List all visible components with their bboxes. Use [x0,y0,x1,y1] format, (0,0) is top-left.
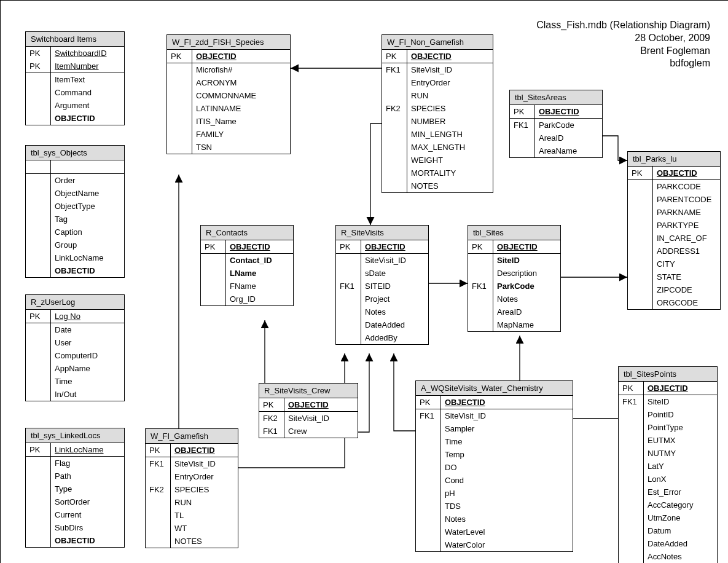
field-col: Sampler [441,422,573,435]
field-col: AreaName [535,144,602,157]
field-row: AccNotes [619,550,717,563]
entity-siteVisitsCrew: R_SiteVisits_CrewPKOBJECTIDFK2SiteVisit_… [259,383,358,438]
key-col [416,500,441,513]
key-col [146,509,171,522]
key-col [468,318,493,331]
field-row: PARKTYPE [628,219,720,232]
field-row: ADDRESS1 [628,245,720,258]
field-row: EUTMX [619,434,717,447]
key-col [26,508,51,521]
key-col [628,296,653,309]
field-col: TL [171,509,238,522]
field-row: ObjectType [26,200,124,213]
field-row: FK1SiteVisit_ID [146,457,238,470]
field-col: OBJECTID [653,167,720,179]
field-col: Notes [441,513,573,526]
key-col [336,331,361,344]
field-col: Time [441,435,573,448]
entity-gamefish: W_FI_GamefishPKOBJECTIDFK1SiteVisit_ID E… [145,428,238,548]
entity-tblSites: tbl_SitesPKOBJECTID SiteID DescriptionFK… [468,225,561,332]
key-col [336,254,361,267]
field-col: FAMILY [192,128,290,141]
field-row: MAX_LENGTH [382,141,493,154]
key-col: PK [146,444,171,457]
field-row: FK1SITEID [336,280,428,293]
entity-contacts: R_ContactsPKOBJECTID Contact_ID LName FN… [200,225,294,306]
field-row: FK1SiteVisit_ID [382,63,493,76]
field-row: Datum [619,524,717,537]
pk-row: PKOBJECTID [259,398,358,412]
field-col: WaterColor [441,538,573,551]
field-col: SITEID [361,280,428,293]
field-row: TSN [167,141,290,154]
pk-row: PKOBJECTID [628,167,720,180]
field-row: Notes [336,305,428,318]
field-col: PointID [644,408,717,421]
key-col [336,293,361,305]
key-col [468,254,493,267]
key-col [201,280,226,293]
key-col: PK [510,105,535,118]
key-col [167,76,192,89]
entity-parksLu: tbl_Parks_luPKOBJECTID PARKCODE PARENTCO… [627,151,721,310]
key-col [167,115,192,128]
key-col [26,160,51,173]
key-col [628,193,653,206]
pk-row: PKLinkLocName [26,443,124,457]
entity-nonGamefish: W_FI_Non_GamefishPKOBJECTIDFK1SiteVisit_… [382,34,493,193]
key-col [382,89,407,102]
entity-title: W_FI_Non_Gamefish [382,35,493,50]
field-row: LName [201,267,293,280]
field-col: OBJECTID [361,240,428,253]
field-col: SiteVisit_ID [284,412,358,425]
field-row: sDate [336,267,428,280]
field-col: PARKTYPE [653,219,720,232]
field-col: TDS [441,500,573,513]
key-col [26,213,51,226]
key-col [167,63,192,76]
key-col [26,521,51,534]
field-row: TDS [416,500,573,513]
key-col [26,174,51,187]
key-col [628,219,653,232]
key-col [26,388,51,401]
field-row: AddedBy [336,331,428,344]
field-row: In/Out [26,388,124,401]
key-col: FK1 [382,63,407,76]
field-row: FK1Crew [259,425,358,438]
field-row: WT [146,522,238,535]
field-col: ORGCODE [653,296,720,309]
field-row: Temp [416,448,573,461]
entity-title: A_WQSiteVisits_Water_Chemistry [416,381,573,396]
key-col [619,498,644,511]
field-col: WT [171,522,238,535]
pk-row: PKItemNumber [26,60,124,73]
key-col: PK [468,240,493,253]
key-col [26,323,51,336]
field-col: Time [51,375,124,388]
key-col [336,318,361,331]
field-col: Path [51,470,124,482]
field-col: OBJECTID [407,50,493,63]
key-col: FK1 [259,425,284,438]
field-row: PointID [619,408,717,421]
key-col [26,238,51,251]
entity-switchboard: Switchboard ItemsPKSwitchboardIDPKItemNu… [25,31,125,125]
key-col [468,293,493,305]
field-row: Contact_ID [201,254,293,267]
pk-row: PKOBJECTID [201,240,293,254]
field-col: ComputerID [51,349,124,362]
field-col: ObjectName [51,187,124,200]
field-col: Group [51,238,124,251]
field-col: Notes [361,305,428,318]
field-col: PARKCODE [653,180,720,193]
field-row: FK2SPECIES [382,102,493,115]
key-col [167,102,192,115]
key-col [510,132,535,144]
key-col [26,534,51,547]
field-col: RUN [407,89,493,102]
key-col [416,448,441,461]
field-row: NOTES [382,179,493,192]
key-col: FK2 [382,102,407,115]
entity-title: tbl_sys_Objects [26,146,124,160]
